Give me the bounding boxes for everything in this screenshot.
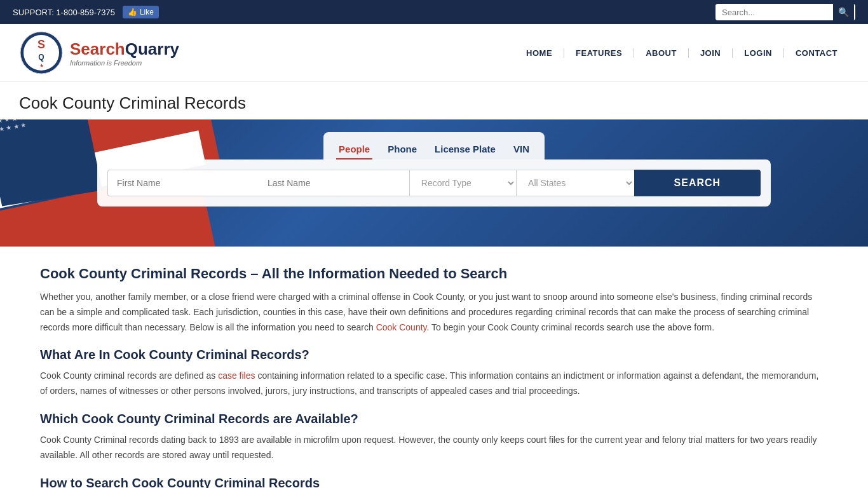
first-name-input[interactable] <box>107 170 259 196</box>
nav-join[interactable]: JOIN <box>689 48 733 58</box>
svg-text:Q: Q <box>38 53 44 62</box>
svg-text:★: ★ <box>39 63 44 69</box>
support-phone: SUPPORT: 1-800-859-7375 <box>13 8 115 17</box>
search-form: Record Type Criminal Background Court Al… <box>97 159 771 207</box>
logo-icon: S Q ★ <box>19 30 64 75</box>
top-bar: SUPPORT: 1-800-859-7375 👍 Like 🔍 <box>0 0 868 24</box>
section-3: Which Cook County Criminal Records are A… <box>40 412 828 463</box>
tab-people[interactable]: People <box>336 140 372 159</box>
logo-name-text: Quarry <box>125 39 179 58</box>
main-content: Cook County Criminal Records – All the I… <box>21 247 847 488</box>
top-search-bar: 🔍 <box>715 4 855 20</box>
section-1: Cook County Criminal Records – All the I… <box>40 266 828 335</box>
search-container: People Phone License Plate VIN Record Ty… <box>85 132 783 207</box>
nav-features[interactable]: FEATURES <box>564 48 634 58</box>
tab-license-plate[interactable]: License Plate <box>432 140 498 159</box>
section2-body: Cook County criminal records are defined… <box>40 369 828 399</box>
top-search-button[interactable]: 🔍 <box>833 4 854 20</box>
section1-body: Whether you, another family member, or a… <box>40 290 828 335</box>
top-bar-left: SUPPORT: 1-800-859-7375 👍 Like <box>13 6 159 18</box>
logo-tagline: Information is Freedom <box>70 59 179 67</box>
fb-thumb-icon: 👍 <box>128 8 137 17</box>
logo-text: SearchQuarry Information is Freedom <box>70 39 179 67</box>
facebook-like-button[interactable]: 👍 Like <box>123 6 159 18</box>
svg-text:S: S <box>37 38 45 51</box>
last-name-input[interactable] <box>259 170 409 196</box>
state-select[interactable]: All States Alabama Alaska Arizona Illino… <box>516 170 634 196</box>
section2-heading: What Are In Cook County Criminal Records… <box>40 348 828 362</box>
nav-home[interactable]: HOME <box>515 48 564 58</box>
nav-login[interactable]: LOGIN <box>733 48 784 58</box>
section3-body: Cook County Criminal records dating back… <box>40 433 828 463</box>
tab-phone[interactable]: Phone <box>385 140 419 159</box>
logo-name: SearchQuarry <box>70 39 179 59</box>
cook-county-link[interactable]: Cook County <box>376 322 427 332</box>
section1-heading: Cook County Criminal Records – All the I… <box>40 266 828 282</box>
logo: S Q ★ SearchQuarry Information is Freedo… <box>19 30 179 75</box>
hero-section: ★ ★ ★ ★ ★ ★ ★ ★ ★ ★ ★ ★ ★ ★ ★ ★ ★ ★ ★ ★ … <box>0 119 868 247</box>
top-search-input[interactable] <box>715 4 833 20</box>
nav-contact[interactable]: CONTACT <box>784 48 849 58</box>
section-2: What Are In Cook County Criminal Records… <box>40 348 828 399</box>
section4-heading: How to Search Cook County Criminal Recor… <box>40 476 828 488</box>
section3-heading: Which Cook County Criminal Records are A… <box>40 412 828 426</box>
search-tabs: People Phone License Plate VIN <box>323 132 545 159</box>
header: S Q ★ SearchQuarry Information is Freedo… <box>0 24 868 82</box>
page-title: Cook County Criminal Records <box>0 82 868 119</box>
case-files-link[interactable]: case files <box>218 370 255 381</box>
record-type-select[interactable]: Record Type Criminal Background Court <box>409 170 516 196</box>
tab-vin[interactable]: VIN <box>511 140 532 159</box>
nav-about[interactable]: ABOUT <box>634 48 689 58</box>
main-nav: HOME FEATURES ABOUT JOIN LOGIN CONTACT <box>515 48 849 58</box>
search-button[interactable]: SEARCH <box>634 170 761 196</box>
fb-like-label: Like <box>140 8 154 17</box>
section-4: How to Search Cook County Criminal Recor… <box>40 476 828 488</box>
